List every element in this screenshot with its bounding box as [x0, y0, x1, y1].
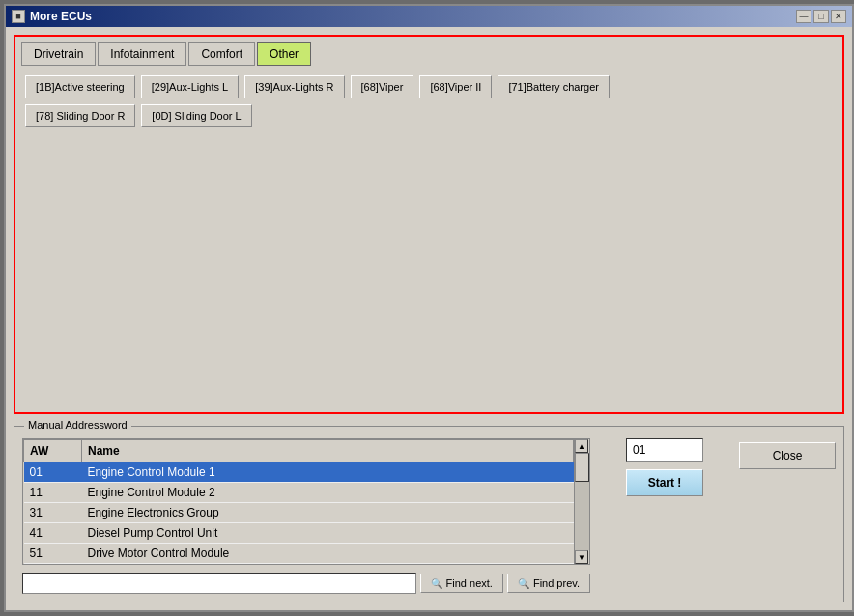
manual-section: Manual Addressword AW Name: [14, 426, 844, 602]
table-row[interactable]: 51 Drive Motor Control Module: [24, 544, 574, 564]
ecu-row-1: [1B]Active steering [29]Aux-Lights L [39…: [25, 75, 833, 98]
find-next-button[interactable]: 🔍 Find next.: [420, 574, 503, 593]
ecu-btn-1b-active-steering[interactable]: [1B]Active steering: [25, 75, 135, 98]
tab-drivetrain[interactable]: Drivetrain: [21, 42, 96, 66]
find-prev-button[interactable]: 🔍 Find prev.: [507, 574, 590, 593]
table-row[interactable]: 31 Engine Electronics Group: [24, 503, 574, 523]
cell-aw: 41: [24, 523, 82, 544]
cell-name: Engine Control Module 1: [82, 462, 574, 483]
cell-name: Drive Motor Control Module: [82, 544, 574, 564]
cell-name: Diesel Pump Control Unit: [82, 523, 574, 544]
window-icon: ■: [12, 10, 25, 23]
find-area: 🔍 Find next. 🔍 Find prev.: [22, 573, 590, 594]
scroll-up-button[interactable]: ▲: [575, 439, 588, 453]
aw-input[interactable]: [626, 438, 703, 462]
tab-other[interactable]: Other: [257, 42, 311, 66]
ecu-btn-71-battery-charger[interactable]: [71]Battery charger: [498, 75, 610, 98]
find-next-icon: 🔍: [431, 578, 442, 589]
window-title: More ECUs: [30, 10, 796, 23]
cell-name: Engine Control Module 2: [82, 483, 574, 503]
col-header-name: Name: [82, 440, 574, 462]
close-dialog-button[interactable]: Close: [739, 442, 836, 469]
ecu-btn-39-aux-lights-r[interactable]: [39]Aux-Lights R: [244, 75, 344, 98]
ecu-row-2: [78] Sliding Door R [0D] Sliding Door L: [25, 104, 833, 127]
find-prev-label: Find prev.: [533, 577, 580, 589]
scrollbar[interactable]: ▲ ▼: [574, 439, 589, 564]
cell-name: Engine Electronics Group: [82, 503, 574, 523]
table-area: AW Name 01 Engine Control Module 1: [22, 438, 590, 594]
ecu-btn-68-viper-ii[interactable]: [68]Viper II: [419, 75, 492, 98]
ecu-btn-78-sliding-door-r[interactable]: [78] Sliding Door R: [25, 104, 135, 127]
ecu-btn-29-aux-lights-l[interactable]: [29]Aux-Lights L: [141, 75, 240, 98]
col-header-aw: AW: [24, 440, 82, 462]
manual-section-legend: Manual Addressword: [24, 419, 131, 431]
table-scroll-inner: AW Name 01 Engine Control Module 1: [23, 439, 574, 564]
main-window: ■ More ECUs — □ ✕ Drivetrain Infotainmen…: [4, 4, 854, 612]
cell-aw: 31: [24, 503, 82, 523]
find-prev-icon: 🔍: [518, 578, 529, 589]
ecu-area: [1B]Active steering [29]Aux-Lights L [39…: [21, 71, 837, 131]
close-area: Close: [739, 438, 836, 594]
right-panel: Start !: [602, 438, 727, 594]
scroll-down-button[interactable]: ▼: [575, 550, 588, 564]
cell-aw: 01: [24, 462, 82, 483]
title-bar: ■ More ECUs — □ ✕: [6, 6, 852, 27]
find-next-label: Find next.: [446, 577, 493, 589]
aw-table: AW Name 01 Engine Control Module 1: [23, 439, 574, 564]
maximize-button[interactable]: □: [813, 10, 829, 23]
tabs-container: Drivetrain Infotainment Comfort Other: [21, 42, 837, 66]
cell-aw: 51: [24, 544, 82, 564]
scroll-track: [575, 453, 589, 550]
start-button[interactable]: Start !: [626, 469, 703, 496]
ecu-btn-0d-sliding-door-l[interactable]: [0D] Sliding Door L: [141, 104, 251, 127]
tab-infotainment[interactable]: Infotainment: [98, 42, 186, 66]
table-row[interactable]: 01 Engine Control Module 1: [24, 462, 574, 483]
table-header-row: AW Name: [24, 440, 574, 462]
ecu-btn-68-viper[interactable]: [68]Viper: [351, 75, 414, 98]
scroll-thumb[interactable]: [575, 453, 589, 482]
table-row[interactable]: 41 Diesel Pump Control Unit: [24, 523, 574, 544]
table-with-scroll: AW Name 01 Engine Control Module 1: [22, 438, 590, 565]
tab-comfort[interactable]: Comfort: [188, 42, 255, 66]
minimize-button[interactable]: —: [796, 10, 811, 23]
find-input[interactable]: [22, 573, 416, 594]
close-button[interactable]: ✕: [831, 10, 846, 23]
manual-content: AW Name 01 Engine Control Module 1: [22, 438, 836, 594]
cell-aw: 11: [24, 483, 82, 503]
top-panel: Drivetrain Infotainment Comfort Other [1…: [14, 35, 844, 414]
window-body: Drivetrain Infotainment Comfort Other [1…: [6, 27, 852, 610]
table-row[interactable]: 11 Engine Control Module 2: [24, 483, 574, 503]
title-bar-buttons: — □ ✕: [796, 10, 846, 23]
